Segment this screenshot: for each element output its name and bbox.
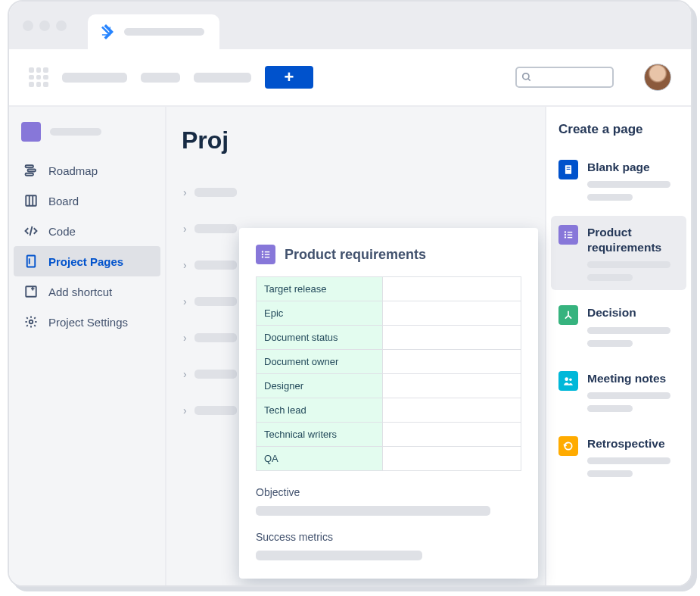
- field-value[interactable]: [383, 350, 521, 373]
- chevron-right-icon: ›: [183, 259, 187, 271]
- field-label: Target release: [257, 277, 383, 301]
- svg-rect-23: [568, 237, 572, 238]
- field-value[interactable]: [383, 398, 521, 422]
- svg-rect-17: [567, 169, 571, 170]
- chevron-right-icon: ›: [183, 368, 187, 380]
- avatar[interactable]: [644, 64, 671, 91]
- svg-line-8: [30, 226, 33, 236]
- traffic-dot[interactable]: [56, 20, 67, 31]
- svg-point-29: [262, 254, 263, 255]
- traffic-dot[interactable]: [39, 20, 50, 31]
- nav-placeholder: [62, 73, 127, 83]
- requirements-table: Target releaseEpicDocument statusDocumen…: [256, 276, 521, 471]
- template-card[interactable]: Blank page: [551, 151, 686, 210]
- sidebar-item-add-shortcut[interactable]: Add shortcut: [14, 276, 160, 307]
- svg-rect-16: [567, 167, 571, 168]
- people-icon: [558, 371, 578, 391]
- sidebar-item-label: Roadmap: [48, 164, 98, 177]
- sidebar-item-label: Project Pages: [48, 255, 123, 268]
- chevron-right-icon: ›: [183, 404, 187, 417]
- page-icon: [558, 160, 578, 179]
- sidebar-item-roadmap[interactable]: Roadmap: [14, 155, 160, 186]
- template-card[interactable]: Meeting notes: [551, 362, 686, 421]
- template-card[interactable]: Decision: [551, 296, 686, 355]
- project-name-placeholder: [50, 128, 101, 136]
- sidebar-item-project-pages[interactable]: Project Pages: [14, 246, 160, 276]
- table-row: Document owner: [257, 349, 521, 373]
- page-icon: [24, 254, 38, 268]
- jira-icon: [98, 24, 114, 39]
- field-value[interactable]: [383, 301, 521, 325]
- table-row: Target release: [257, 277, 521, 301]
- svg-point-14: [30, 320, 33, 324]
- sidebar-item-label: Board: [48, 195, 79, 208]
- table-row: QA: [257, 446, 521, 470]
- svg-rect-5: [26, 195, 36, 206]
- sidebar: Roadmap Board Code Project Pages Add sho…: [9, 107, 166, 585]
- field-label: Tech lead: [257, 398, 383, 422]
- sidebar-item-label: Code: [48, 225, 76, 238]
- svg-rect-11: [26, 286, 36, 297]
- template-name: Decision: [587, 305, 679, 320]
- table-row: Designer: [257, 373, 521, 398]
- traffic-dot[interactable]: [23, 20, 33, 31]
- list-icon: [256, 245, 275, 264]
- add-shortcut-icon: [24, 285, 38, 298]
- project-header[interactable]: [14, 122, 160, 155]
- sidebar-item-label: Add shortcut: [48, 286, 112, 298]
- section-placeholder: [256, 551, 422, 560]
- svg-line-1: [528, 79, 530, 81]
- search-input[interactable]: [515, 67, 614, 88]
- gear-icon: [24, 315, 38, 329]
- nav-placeholder: [141, 73, 180, 83]
- template-desc-placeholder: [587, 327, 679, 347]
- svg-rect-9: [27, 256, 36, 267]
- nav-placeholder: [194, 73, 251, 83]
- svg-point-0: [523, 73, 529, 80]
- sidebar-item-code[interactable]: Code: [14, 216, 160, 246]
- board-icon: [24, 194, 38, 208]
- template-card[interactable]: Product requirements: [551, 216, 686, 290]
- page-tree-item[interactable]: ›: [182, 174, 530, 211]
- template-name: Blank page: [587, 160, 679, 175]
- sidebar-item-board[interactable]: Board: [14, 186, 160, 216]
- browser-tab[interactable]: [88, 14, 219, 49]
- template-card[interactable]: Retrospective: [551, 427, 686, 486]
- field-value[interactable]: [383, 447, 521, 470]
- svg-rect-2: [26, 165, 34, 167]
- template-preview-popup: Product requirements Target releaseEpicD…: [239, 228, 538, 579]
- template-desc-placeholder: [587, 457, 679, 477]
- chevron-right-icon: ›: [183, 295, 187, 307]
- chevron-right-icon: ›: [183, 186, 187, 198]
- svg-point-27: [262, 251, 263, 252]
- sidebar-item-settings[interactable]: Project Settings: [14, 307, 160, 337]
- field-label: Epic: [257, 301, 383, 325]
- section-heading: Objective: [239, 471, 538, 506]
- field-value[interactable]: [383, 423, 521, 446]
- svg-rect-21: [568, 235, 572, 236]
- svg-point-25: [569, 378, 572, 381]
- section-heading: Success metrics: [239, 516, 538, 551]
- svg-rect-28: [265, 251, 269, 252]
- create-button[interactable]: +: [265, 66, 313, 89]
- svg-point-20: [565, 234, 566, 236]
- svg-rect-3: [28, 170, 36, 172]
- template-desc-placeholder: [587, 261, 679, 281]
- field-label: Technical writers: [257, 423, 383, 446]
- right-panel-heading: Create a page: [558, 122, 679, 137]
- field-value[interactable]: [383, 277, 521, 301]
- field-value[interactable]: [383, 374, 521, 398]
- chevron-right-icon: ›: [183, 223, 187, 235]
- table-row: Technical writers: [257, 422, 521, 446]
- field-label: Document owner: [257, 350, 383, 373]
- app-switcher-icon[interactable]: [29, 67, 48, 87]
- svg-rect-30: [265, 254, 269, 254]
- field-label: Designer: [257, 374, 383, 398]
- field-label: Document status: [257, 326, 383, 349]
- template-desc-placeholder: [587, 181, 679, 201]
- template-desc-placeholder: [587, 392, 679, 412]
- template-name: Retrospective: [587, 436, 679, 451]
- field-value[interactable]: [383, 326, 521, 349]
- svg-point-24: [565, 377, 568, 381]
- page-title: Proj: [182, 126, 530, 154]
